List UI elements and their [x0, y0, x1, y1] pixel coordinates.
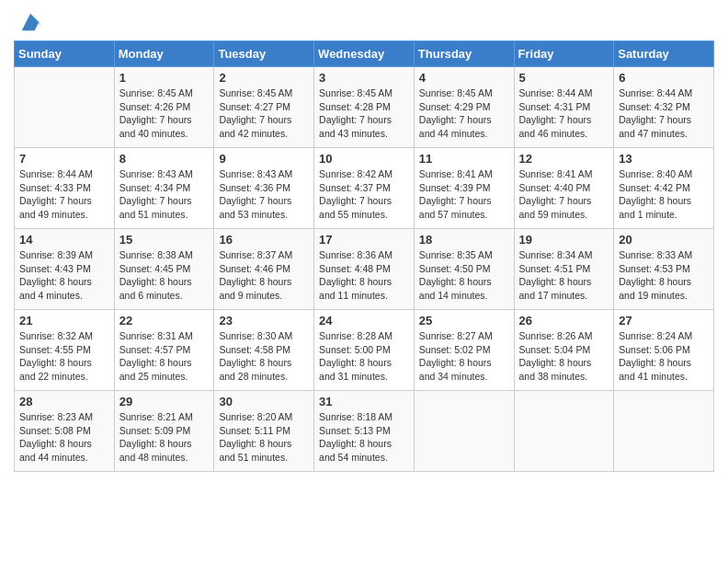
- calendar-cell: 28Sunrise: 8:23 AMSunset: 5:08 PMDayligh…: [15, 391, 115, 472]
- day-number: 21: [19, 314, 109, 327]
- day-info: Sunrise: 8:32 AMSunset: 4:55 PMDaylight:…: [19, 329, 109, 384]
- sunset-text: Sunset: 4:37 PM: [319, 182, 391, 193]
- calendar-cell: 26Sunrise: 8:26 AMSunset: 5:04 PMDayligh…: [514, 310, 614, 391]
- daylight-text: Daylight: 8 hours and 22 minutes.: [19, 357, 92, 382]
- calendar-cell: [15, 67, 115, 148]
- day-number: 5: [519, 71, 609, 85]
- day-info: Sunrise: 8:38 AMSunset: 4:45 PMDaylight:…: [119, 248, 210, 303]
- sunset-text: Sunset: 4:55 PM: [19, 344, 91, 355]
- daylight-text: Daylight: 7 hours and 43 minutes.: [319, 114, 392, 139]
- daylight-text: Daylight: 8 hours and 54 minutes.: [319, 438, 392, 463]
- day-number: 3: [319, 71, 409, 85]
- day-number: 9: [219, 152, 309, 166]
- day-number: 30: [219, 395, 309, 408]
- sunrise-text: Sunrise: 8:42 AM: [319, 168, 392, 179]
- day-number: 18: [419, 233, 509, 247]
- day-number: 17: [319, 233, 409, 247]
- day-info: Sunrise: 8:39 AMSunset: 4:43 PMDaylight:…: [19, 248, 109, 303]
- calendar-cell: 30Sunrise: 8:20 AMSunset: 5:11 PMDayligh…: [214, 391, 314, 472]
- daylight-text: Daylight: 8 hours and 34 minutes.: [419, 357, 492, 382]
- calendar-cell: 5Sunrise: 8:44 AMSunset: 4:31 PMDaylight…: [514, 67, 614, 148]
- sunset-text: Sunset: 4:42 PM: [619, 182, 690, 193]
- day-info: Sunrise: 8:42 AMSunset: 4:37 PMDaylight:…: [319, 167, 409, 222]
- day-info: Sunrise: 8:45 AMSunset: 4:26 PMDaylight:…: [119, 86, 210, 141]
- sunset-text: Sunset: 4:33 PM: [19, 182, 91, 193]
- sunset-text: Sunset: 5:13 PM: [319, 425, 391, 436]
- calendar-cell: [414, 391, 514, 472]
- calendar-table: SundayMondayTuesdayWednesdayThursdayFrid…: [14, 40, 714, 472]
- daylight-text: Daylight: 8 hours and 38 minutes.: [519, 357, 592, 382]
- calendar-body: 1Sunrise: 8:45 AMSunset: 4:26 PMDaylight…: [15, 67, 714, 472]
- daylight-text: Daylight: 7 hours and 46 minutes.: [519, 114, 592, 139]
- daylight-text: Daylight: 8 hours and 4 minutes.: [19, 276, 92, 301]
- header-monday: Monday: [114, 41, 214, 67]
- day-number: 8: [119, 152, 210, 166]
- sunrise-text: Sunrise: 8:40 AM: [619, 168, 692, 179]
- day-info: Sunrise: 8:18 AMSunset: 5:13 PMDaylight:…: [319, 410, 409, 465]
- sunset-text: Sunset: 4:28 PM: [319, 101, 391, 112]
- sunrise-text: Sunrise: 8:27 AM: [419, 330, 493, 341]
- daylight-text: Daylight: 8 hours and 17 minutes.: [519, 276, 592, 301]
- sunrise-text: Sunrise: 8:34 AM: [519, 249, 593, 260]
- sunset-text: Sunset: 4:58 PM: [219, 344, 290, 355]
- sunrise-text: Sunrise: 8:44 AM: [519, 87, 593, 98]
- sunrise-text: Sunrise: 8:33 AM: [619, 249, 692, 260]
- sunrise-text: Sunrise: 8:26 AM: [519, 330, 593, 341]
- sunset-text: Sunset: 5:09 PM: [119, 425, 191, 436]
- day-number: 14: [19, 233, 109, 247]
- day-number: 23: [219, 314, 309, 327]
- day-number: 16: [219, 233, 309, 247]
- calendar-cell: 4Sunrise: 8:45 AMSunset: 4:29 PMDaylight…: [414, 67, 514, 148]
- day-number: 29: [119, 395, 210, 408]
- sunset-text: Sunset: 4:40 PM: [519, 182, 591, 193]
- daylight-text: Daylight: 8 hours and 44 minutes.: [19, 438, 92, 463]
- sunset-text: Sunset: 4:45 PM: [119, 263, 191, 274]
- sunrise-text: Sunrise: 8:45 AM: [119, 87, 193, 98]
- sunrise-text: Sunrise: 8:21 AM: [119, 411, 193, 422]
- calendar-cell: 31Sunrise: 8:18 AMSunset: 5:13 PMDayligh…: [314, 391, 415, 472]
- sunset-text: Sunset: 4:27 PM: [219, 101, 290, 112]
- day-number: 22: [119, 314, 210, 327]
- day-number: 27: [619, 314, 709, 327]
- calendar-cell: 1Sunrise: 8:45 AMSunset: 4:26 PMDaylight…: [114, 67, 214, 148]
- sunrise-text: Sunrise: 8:43 AM: [219, 168, 292, 179]
- sunset-text: Sunset: 4:39 PM: [419, 182, 491, 193]
- day-number: 19: [519, 233, 609, 247]
- day-info: Sunrise: 8:33 AMSunset: 4:53 PMDaylight:…: [619, 248, 709, 303]
- day-info: Sunrise: 8:26 AMSunset: 5:04 PMDaylight:…: [519, 329, 609, 384]
- sunrise-text: Sunrise: 8:28 AM: [319, 330, 392, 341]
- calendar-cell: 27Sunrise: 8:24 AMSunset: 5:06 PMDayligh…: [614, 310, 714, 391]
- day-info: Sunrise: 8:20 AMSunset: 5:11 PMDaylight:…: [219, 410, 309, 465]
- day-info: Sunrise: 8:41 AMSunset: 4:40 PMDaylight:…: [519, 167, 609, 222]
- day-number: 11: [419, 152, 509, 166]
- sunset-text: Sunset: 4:53 PM: [619, 263, 690, 274]
- sunrise-text: Sunrise: 8:23 AM: [19, 411, 93, 422]
- calendar-cell: 12Sunrise: 8:41 AMSunset: 4:40 PMDayligh…: [514, 148, 614, 229]
- sunrise-text: Sunrise: 8:39 AM: [19, 249, 93, 260]
- calendar-cell: 10Sunrise: 8:42 AMSunset: 4:37 PMDayligh…: [314, 148, 415, 229]
- sunset-text: Sunset: 4:50 PM: [419, 263, 491, 274]
- day-info: Sunrise: 8:41 AMSunset: 4:39 PMDaylight:…: [419, 167, 509, 222]
- calendar-cell: 6Sunrise: 8:44 AMSunset: 4:32 PMDaylight…: [614, 67, 714, 148]
- sunrise-text: Sunrise: 8:45 AM: [319, 87, 392, 98]
- daylight-text: Daylight: 8 hours and 41 minutes.: [619, 357, 691, 382]
- sunrise-text: Sunrise: 8:45 AM: [419, 87, 493, 98]
- sunset-text: Sunset: 4:32 PM: [619, 101, 690, 112]
- day-number: 13: [619, 152, 709, 166]
- sunrise-text: Sunrise: 8:41 AM: [519, 168, 593, 179]
- week-row-4: 28Sunrise: 8:23 AMSunset: 5:08 PMDayligh…: [15, 391, 714, 472]
- week-row-1: 7Sunrise: 8:44 AMSunset: 4:33 PMDaylight…: [15, 148, 714, 229]
- day-info: Sunrise: 8:37 AMSunset: 4:46 PMDaylight:…: [219, 248, 309, 303]
- header-wednesday: Wednesday: [314, 41, 415, 67]
- day-info: Sunrise: 8:44 AMSunset: 4:33 PMDaylight:…: [19, 167, 109, 222]
- sunset-text: Sunset: 4:34 PM: [119, 182, 191, 193]
- day-number: 6: [619, 71, 709, 85]
- daylight-text: Daylight: 7 hours and 47 minutes.: [619, 114, 691, 139]
- calendar-cell: 8Sunrise: 8:43 AMSunset: 4:34 PMDaylight…: [114, 148, 214, 229]
- day-info: Sunrise: 8:45 AMSunset: 4:27 PMDaylight:…: [219, 86, 309, 141]
- sunrise-text: Sunrise: 8:35 AM: [419, 249, 493, 260]
- sunset-text: Sunset: 5:06 PM: [619, 344, 690, 355]
- day-number: 20: [619, 233, 709, 247]
- day-info: Sunrise: 8:21 AMSunset: 5:09 PMDaylight:…: [119, 410, 210, 465]
- day-number: 1: [119, 71, 210, 85]
